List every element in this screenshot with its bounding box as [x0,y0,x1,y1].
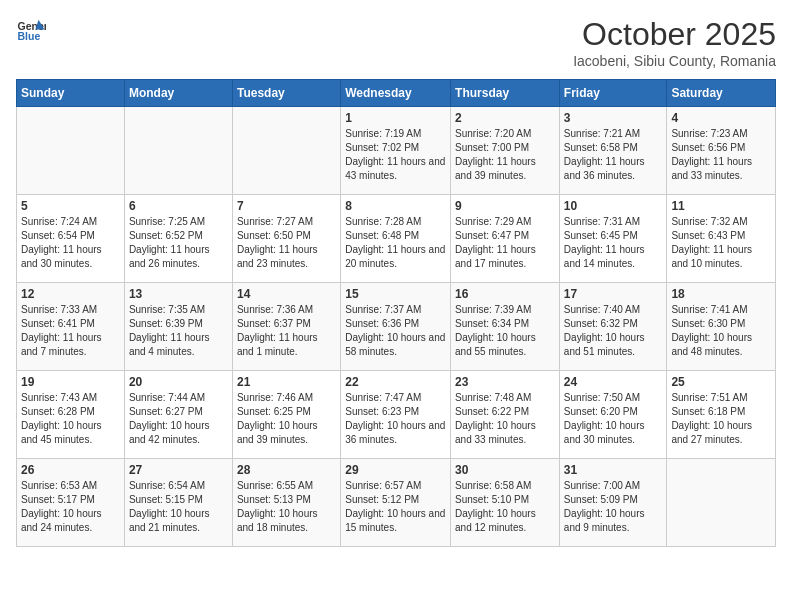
calendar-cell: 25Sunrise: 7:51 AM Sunset: 6:18 PM Dayli… [667,371,776,459]
day-info: Sunrise: 7:32 AM Sunset: 6:43 PM Dayligh… [671,215,771,271]
calendar-cell: 5Sunrise: 7:24 AM Sunset: 6:54 PM Daylig… [17,195,125,283]
weekday-header-monday: Monday [124,80,232,107]
calendar-cell: 14Sunrise: 7:36 AM Sunset: 6:37 PM Dayli… [232,283,340,371]
day-number: 20 [129,375,228,389]
calendar-cell: 19Sunrise: 7:43 AM Sunset: 6:28 PM Dayli… [17,371,125,459]
page-header: General Blue October 2025 Iacobeni, Sibi… [16,16,776,69]
title-section: October 2025 Iacobeni, Sibiu County, Rom… [573,16,776,69]
day-number: 22 [345,375,446,389]
day-number: 2 [455,111,555,125]
day-info: Sunrise: 7:29 AM Sunset: 6:47 PM Dayligh… [455,215,555,271]
weekday-header-tuesday: Tuesday [232,80,340,107]
day-info: Sunrise: 6:53 AM Sunset: 5:17 PM Dayligh… [21,479,120,535]
day-number: 18 [671,287,771,301]
day-number: 26 [21,463,120,477]
day-info: Sunrise: 7:25 AM Sunset: 6:52 PM Dayligh… [129,215,228,271]
day-number: 29 [345,463,446,477]
calendar-cell: 4Sunrise: 7:23 AM Sunset: 6:56 PM Daylig… [667,107,776,195]
calendar-cell: 9Sunrise: 7:29 AM Sunset: 6:47 PM Daylig… [451,195,560,283]
calendar-cell: 13Sunrise: 7:35 AM Sunset: 6:39 PM Dayli… [124,283,232,371]
calendar-week-row: 26Sunrise: 6:53 AM Sunset: 5:17 PM Dayli… [17,459,776,547]
day-number: 8 [345,199,446,213]
calendar-cell: 8Sunrise: 7:28 AM Sunset: 6:48 PM Daylig… [341,195,451,283]
calendar-cell: 26Sunrise: 6:53 AM Sunset: 5:17 PM Dayli… [17,459,125,547]
logo-icon: General Blue [16,16,46,46]
calendar-cell: 23Sunrise: 7:48 AM Sunset: 6:22 PM Dayli… [451,371,560,459]
day-number: 21 [237,375,336,389]
calendar-cell: 7Sunrise: 7:27 AM Sunset: 6:50 PM Daylig… [232,195,340,283]
calendar-cell: 18Sunrise: 7:41 AM Sunset: 6:30 PM Dayli… [667,283,776,371]
calendar-cell: 6Sunrise: 7:25 AM Sunset: 6:52 PM Daylig… [124,195,232,283]
day-info: Sunrise: 7:23 AM Sunset: 6:56 PM Dayligh… [671,127,771,183]
calendar-cell: 20Sunrise: 7:44 AM Sunset: 6:27 PM Dayli… [124,371,232,459]
day-number: 4 [671,111,771,125]
day-number: 25 [671,375,771,389]
day-info: Sunrise: 7:20 AM Sunset: 7:00 PM Dayligh… [455,127,555,183]
day-number: 6 [129,199,228,213]
calendar-table: SundayMondayTuesdayWednesdayThursdayFrid… [16,79,776,547]
calendar-cell: 16Sunrise: 7:39 AM Sunset: 6:34 PM Dayli… [451,283,560,371]
day-info: Sunrise: 6:54 AM Sunset: 5:15 PM Dayligh… [129,479,228,535]
calendar-cell: 22Sunrise: 7:47 AM Sunset: 6:23 PM Dayli… [341,371,451,459]
day-info: Sunrise: 7:50 AM Sunset: 6:20 PM Dayligh… [564,391,663,447]
day-info: Sunrise: 6:55 AM Sunset: 5:13 PM Dayligh… [237,479,336,535]
day-number: 23 [455,375,555,389]
location-subtitle: Iacobeni, Sibiu County, Romania [573,53,776,69]
month-title: October 2025 [573,16,776,53]
day-number: 16 [455,287,555,301]
calendar-cell: 27Sunrise: 6:54 AM Sunset: 5:15 PM Dayli… [124,459,232,547]
logo: General Blue [16,16,46,46]
day-info: Sunrise: 7:27 AM Sunset: 6:50 PM Dayligh… [237,215,336,271]
day-info: Sunrise: 7:35 AM Sunset: 6:39 PM Dayligh… [129,303,228,359]
day-info: Sunrise: 7:28 AM Sunset: 6:48 PM Dayligh… [345,215,446,271]
calendar-cell: 12Sunrise: 7:33 AM Sunset: 6:41 PM Dayli… [17,283,125,371]
day-number: 1 [345,111,446,125]
day-info: Sunrise: 7:46 AM Sunset: 6:25 PM Dayligh… [237,391,336,447]
weekday-header-sunday: Sunday [17,80,125,107]
calendar-cell: 28Sunrise: 6:55 AM Sunset: 5:13 PM Dayli… [232,459,340,547]
calendar-week-row: 19Sunrise: 7:43 AM Sunset: 6:28 PM Dayli… [17,371,776,459]
calendar-week-row: 5Sunrise: 7:24 AM Sunset: 6:54 PM Daylig… [17,195,776,283]
calendar-cell [124,107,232,195]
weekday-header-saturday: Saturday [667,80,776,107]
day-number: 30 [455,463,555,477]
day-info: Sunrise: 7:31 AM Sunset: 6:45 PM Dayligh… [564,215,663,271]
day-info: Sunrise: 7:41 AM Sunset: 6:30 PM Dayligh… [671,303,771,359]
calendar-cell: 30Sunrise: 6:58 AM Sunset: 5:10 PM Dayli… [451,459,560,547]
day-info: Sunrise: 7:51 AM Sunset: 6:18 PM Dayligh… [671,391,771,447]
day-number: 24 [564,375,663,389]
day-number: 19 [21,375,120,389]
calendar-cell: 31Sunrise: 7:00 AM Sunset: 5:09 PM Dayli… [559,459,667,547]
day-info: Sunrise: 7:33 AM Sunset: 6:41 PM Dayligh… [21,303,120,359]
day-info: Sunrise: 7:47 AM Sunset: 6:23 PM Dayligh… [345,391,446,447]
svg-text:Blue: Blue [18,30,41,42]
day-number: 15 [345,287,446,301]
calendar-cell: 10Sunrise: 7:31 AM Sunset: 6:45 PM Dayli… [559,195,667,283]
day-number: 9 [455,199,555,213]
weekday-header-friday: Friday [559,80,667,107]
day-info: Sunrise: 7:19 AM Sunset: 7:02 PM Dayligh… [345,127,446,183]
day-number: 13 [129,287,228,301]
day-number: 27 [129,463,228,477]
day-number: 3 [564,111,663,125]
day-number: 5 [21,199,120,213]
day-info: Sunrise: 7:44 AM Sunset: 6:27 PM Dayligh… [129,391,228,447]
day-info: Sunrise: 7:40 AM Sunset: 6:32 PM Dayligh… [564,303,663,359]
day-number: 11 [671,199,771,213]
calendar-cell: 17Sunrise: 7:40 AM Sunset: 6:32 PM Dayli… [559,283,667,371]
day-info: Sunrise: 7:24 AM Sunset: 6:54 PM Dayligh… [21,215,120,271]
calendar-cell [667,459,776,547]
calendar-week-row: 1Sunrise: 7:19 AM Sunset: 7:02 PM Daylig… [17,107,776,195]
calendar-cell: 1Sunrise: 7:19 AM Sunset: 7:02 PM Daylig… [341,107,451,195]
day-number: 17 [564,287,663,301]
calendar-cell: 29Sunrise: 6:57 AM Sunset: 5:12 PM Dayli… [341,459,451,547]
day-number: 10 [564,199,663,213]
calendar-cell: 2Sunrise: 7:20 AM Sunset: 7:00 PM Daylig… [451,107,560,195]
calendar-cell: 15Sunrise: 7:37 AM Sunset: 6:36 PM Dayli… [341,283,451,371]
day-number: 31 [564,463,663,477]
calendar-cell: 3Sunrise: 7:21 AM Sunset: 6:58 PM Daylig… [559,107,667,195]
day-number: 7 [237,199,336,213]
calendar-week-row: 12Sunrise: 7:33 AM Sunset: 6:41 PM Dayli… [17,283,776,371]
weekday-header-wednesday: Wednesday [341,80,451,107]
day-info: Sunrise: 6:58 AM Sunset: 5:10 PM Dayligh… [455,479,555,535]
